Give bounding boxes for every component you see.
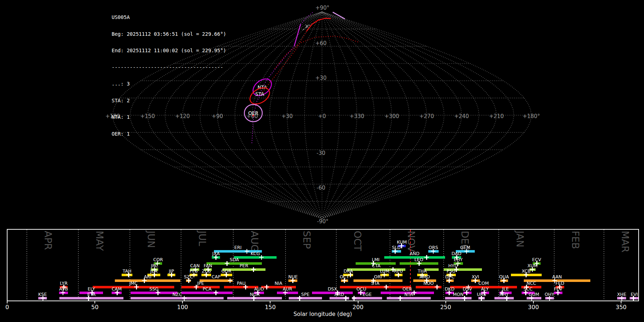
x-tick xyxy=(182,301,183,303)
x-tick xyxy=(533,301,534,303)
x-axis-title: Solar longitude (deg) xyxy=(293,311,352,317)
x-tick-label: 50 xyxy=(91,304,98,311)
x-tick-label: 250 xyxy=(440,304,451,311)
plot-frame xyxy=(7,229,639,301)
meteor-radiant-plot: +180+150+120+90+60+30+0+330+300+270+240+… xyxy=(0,0,644,322)
x-tick xyxy=(445,301,446,303)
x-tick xyxy=(621,301,621,303)
x-tick-label: 150 xyxy=(265,304,276,311)
x-tick xyxy=(7,301,8,303)
x-tick-label: 300 xyxy=(528,304,539,311)
x-tick xyxy=(358,301,358,303)
x-tick-label: 100 xyxy=(177,304,188,311)
x-tick-label: 350 xyxy=(616,304,627,311)
x-tick-label: 200 xyxy=(352,304,364,311)
x-tick xyxy=(94,301,95,303)
x-tick xyxy=(270,301,270,303)
x-tick-label: 0 xyxy=(5,304,9,311)
activity-timeline: Solar longitude (deg) APRMAYJUNJULAUGSEP… xyxy=(0,0,644,322)
